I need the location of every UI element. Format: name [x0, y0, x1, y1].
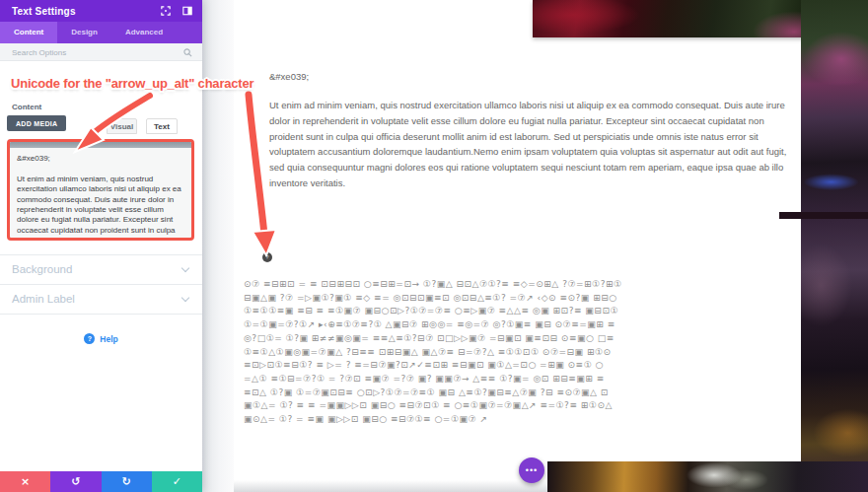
help-label: Help [100, 334, 117, 344]
rendered-paragraph[interactable]: Ut enim ad minim veniam, quis nostrud ex… [269, 98, 794, 191]
help-link[interactable]: ? Help [0, 333, 202, 344]
editor-toolbar-strip [10, 142, 191, 148]
content-field-label: Content [12, 103, 41, 111]
tab-design[interactable]: Design [57, 22, 111, 43]
settings-tab-bar: Content Design Advanced [0, 22, 202, 43]
dock-panel-icon[interactable] [182, 6, 192, 16]
add-media-button[interactable]: ADD MEDIA [7, 115, 66, 131]
page-preview: &#xe039; Ut enim ad minim veniam, quis n… [202, 0, 868, 492]
section-background-label: Background [12, 254, 72, 284]
expand-modal-icon[interactable] [161, 6, 171, 16]
rendered-entity-text[interactable]: &#xe039; [269, 71, 309, 82]
panel-header-icons [161, 0, 192, 22]
divider [0, 314, 202, 315]
section-admin-label-label: Admin Label [12, 284, 75, 314]
preview-left-gutter [202, 0, 234, 492]
discard-button[interactable]: × [0, 471, 50, 492]
background-photo-right [801, 0, 868, 492]
chevron-down-icon [181, 294, 189, 302]
page-settings-dots-button[interactable]: ••• [519, 457, 544, 483]
chevron-down-icon [181, 264, 189, 272]
section-background[interactable]: Background [0, 254, 202, 284]
panel-footer-actions: × ↺ ↻ ✓ [0, 471, 202, 492]
content-editor-highlighted[interactable]: &#xe039; Ut enim ad minim veniam, quis n… [7, 139, 194, 241]
tab-content[interactable]: Content [0, 22, 57, 43]
search-options-bar [0, 43, 202, 61]
divi-builder-screen: Text Settings Content Design Advanced [0, 0, 868, 492]
tab-advanced[interactable]: Advanced [111, 22, 177, 43]
search-options-input[interactable] [12, 43, 170, 61]
editor-tab-visual[interactable]: Visual [107, 118, 137, 134]
redo-button[interactable]: ↻ [102, 471, 152, 492]
undo-button[interactable]: ↺ [50, 471, 101, 492]
content-editor-textarea[interactable]: &#xe039; Ut enim ad minim veniam, quis n… [17, 154, 186, 237]
save-button[interactable]: ✓ [152, 471, 202, 492]
rendered-missing-glyph-icon: ? [262, 252, 272, 262]
section-admin-label[interactable]: Admin Label [0, 284, 202, 314]
panel-title: Text Settings [12, 6, 76, 17]
panel-header[interactable]: Text Settings [0, 0, 202, 22]
annotation-callout-text: Unicode for the "arrow_up_alt" character [11, 76, 253, 91]
search-icon [183, 48, 192, 57]
text-settings-panel: Text Settings Content Design Advanced [0, 0, 202, 492]
editor-tab-text[interactable]: Text [146, 118, 178, 134]
photo-dark-bar [779, 212, 868, 219]
background-photo-bottom [547, 461, 868, 492]
card-bottom-shadow [234, 480, 547, 492]
icon-font-glyph-block[interactable]: ⊙⑦ ≡⊟⊞⊡ = ≡ ⊡⊟⊞⊟⊡ ○≡⊟⊞=⊡→ ①?▣△ ⊟⊡△⑦①?≡ ≡… [244, 278, 806, 427]
help-icon: ? [84, 333, 95, 344]
